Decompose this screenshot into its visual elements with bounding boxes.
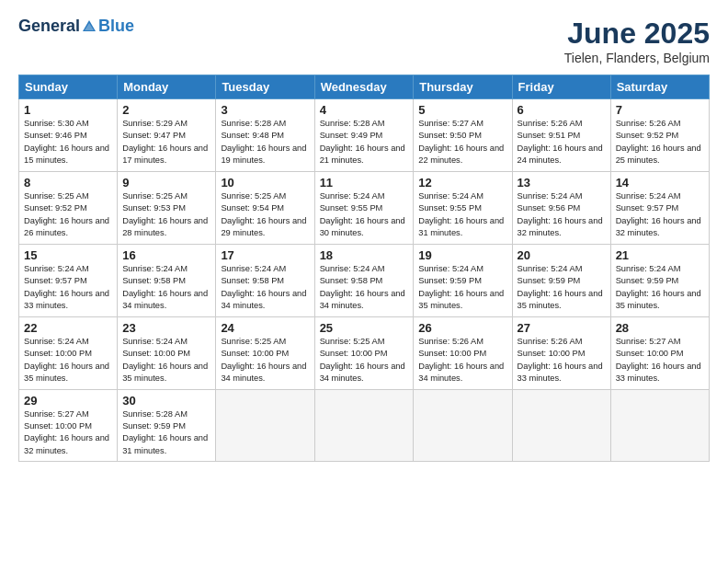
table-row: 16Sunrise: 5:24 AMSunset: 9:58 PMDayligh… <box>118 244 216 316</box>
table-row: 27Sunrise: 5:26 AMSunset: 10:00 PMDaylig… <box>512 316 610 389</box>
daylight-text: Daylight: 16 hours and 35 minutes. <box>616 289 701 310</box>
sunrise-text: Sunrise: 5:24 AM <box>418 191 483 201</box>
daylight-text: Daylight: 16 hours and 32 minutes. <box>24 433 109 454</box>
table-row: 5Sunrise: 5:27 AMSunset: 9:50 PMDaylight… <box>414 99 512 172</box>
table-row: 10Sunrise: 5:25 AMSunset: 9:54 PMDayligh… <box>216 171 314 244</box>
daylight-text: Daylight: 16 hours and 34 minutes. <box>320 362 405 383</box>
day-number: 1 <box>24 103 112 117</box>
daylight-text: Daylight: 16 hours and 17 minutes. <box>122 144 208 165</box>
daylight-text: Daylight: 16 hours and 33 minutes. <box>518 362 603 383</box>
table-row <box>216 389 314 462</box>
sunset-text: Sunset: 9:48 PM <box>221 131 284 140</box>
sunrise-text: Sunrise: 5:24 AM <box>616 191 681 201</box>
col-wednesday: Wednesday <box>314 75 414 99</box>
day-info: Sunrise: 5:24 AMSunset: 9:58 PMDaylight:… <box>320 263 409 313</box>
sunrise-text: Sunrise: 5:24 AM <box>418 264 483 273</box>
col-sunday: Sunday <box>19 75 118 99</box>
sunrise-text: Sunrise: 5:24 AM <box>122 337 188 346</box>
day-number: 28 <box>616 321 704 335</box>
sunrise-text: Sunrise: 5:28 AM <box>122 409 188 419</box>
day-info: Sunrise: 5:28 AMSunset: 9:49 PMDaylight:… <box>320 118 409 167</box>
col-tuesday: Tuesday <box>216 75 314 99</box>
day-number: 8 <box>24 176 112 190</box>
sunrise-text: Sunrise: 5:26 AM <box>616 119 681 128</box>
day-info: Sunrise: 5:26 AMSunset: 10:00 PMDaylight… <box>418 336 506 385</box>
table-row: 15Sunrise: 5:24 AMSunset: 9:57 PMDayligh… <box>19 244 118 316</box>
sunrise-text: Sunrise: 5:25 AM <box>221 191 286 201</box>
table-row: 3Sunrise: 5:28 AMSunset: 9:48 PMDaylight… <box>216 99 314 172</box>
sunset-text: Sunset: 9:56 PM <box>518 203 581 213</box>
day-info: Sunrise: 5:25 AMSunset: 9:52 PMDaylight:… <box>24 190 112 240</box>
day-number: 30 <box>122 394 210 408</box>
sunset-text: Sunset: 9:59 PM <box>122 421 186 431</box>
day-info: Sunrise: 5:26 AMSunset: 9:51 PMDaylight:… <box>518 118 606 167</box>
logo-blue-text: Blue <box>98 17 134 36</box>
day-number: 9 <box>122 176 210 190</box>
daylight-text: Daylight: 16 hours and 24 minutes. <box>518 144 603 165</box>
table-row: 13Sunrise: 5:24 AMSunset: 9:56 PMDayligh… <box>512 171 610 244</box>
daylight-text: Daylight: 16 hours and 35 minutes. <box>418 289 504 310</box>
sunrise-text: Sunrise: 5:25 AM <box>122 191 188 201</box>
table-row <box>414 389 512 462</box>
table-row: 4Sunrise: 5:28 AMSunset: 9:49 PMDaylight… <box>314 99 414 172</box>
sunset-text: Sunset: 9:55 PM <box>320 203 383 213</box>
sunset-text: Sunset: 10:00 PM <box>418 349 486 358</box>
sunset-text: Sunset: 9:58 PM <box>221 276 284 285</box>
table-row: 11Sunrise: 5:24 AMSunset: 9:55 PMDayligh… <box>314 171 414 244</box>
sunrise-text: Sunrise: 5:24 AM <box>616 264 681 273</box>
day-number: 5 <box>418 103 506 117</box>
logo-general-text: General <box>18 17 80 36</box>
sunset-text: Sunset: 9:58 PM <box>122 276 186 285</box>
day-number: 7 <box>616 103 704 117</box>
day-number: 4 <box>320 103 409 117</box>
sunset-text: Sunset: 9:55 PM <box>418 203 482 213</box>
table-row <box>314 389 414 462</box>
table-row: 24Sunrise: 5:25 AMSunset: 10:00 PMDaylig… <box>216 316 314 389</box>
daylight-text: Daylight: 16 hours and 33 minutes. <box>24 289 109 310</box>
day-info: Sunrise: 5:30 AMSunset: 9:46 PMDaylight:… <box>24 118 112 167</box>
sunrise-text: Sunrise: 5:24 AM <box>518 264 583 273</box>
sunset-text: Sunset: 9:54 PM <box>221 203 284 213</box>
day-number: 6 <box>518 103 606 117</box>
day-number: 26 <box>418 321 506 335</box>
table-row: 6Sunrise: 5:26 AMSunset: 9:51 PMDaylight… <box>512 99 610 172</box>
day-info: Sunrise: 5:24 AMSunset: 9:59 PMDaylight:… <box>616 263 704 313</box>
calendar-week-row: 8Sunrise: 5:25 AMSunset: 9:52 PMDaylight… <box>19 171 710 244</box>
daylight-text: Daylight: 16 hours and 35 minutes. <box>122 362 208 383</box>
sunset-text: Sunset: 9:53 PM <box>122 203 186 213</box>
day-info: Sunrise: 5:26 AMSunset: 9:52 PMDaylight:… <box>616 118 704 167</box>
day-number: 13 <box>518 176 606 190</box>
table-row: 17Sunrise: 5:24 AMSunset: 9:58 PMDayligh… <box>216 244 314 316</box>
table-row: 30Sunrise: 5:28 AMSunset: 9:59 PMDayligh… <box>118 389 216 462</box>
daylight-text: Daylight: 16 hours and 26 minutes. <box>24 216 109 237</box>
sunrise-text: Sunrise: 5:29 AM <box>122 119 188 128</box>
day-info: Sunrise: 5:25 AMSunset: 9:53 PMDaylight:… <box>122 190 210 240</box>
sunset-text: Sunset: 9:47 PM <box>122 131 186 140</box>
daylight-text: Daylight: 16 hours and 34 minutes. <box>221 289 306 310</box>
sunrise-text: Sunrise: 5:27 AM <box>24 409 89 419</box>
table-row: 26Sunrise: 5:26 AMSunset: 10:00 PMDaylig… <box>414 316 512 389</box>
day-number: 21 <box>616 248 704 262</box>
day-number: 3 <box>221 103 309 117</box>
day-info: Sunrise: 5:24 AMSunset: 10:00 PMDaylight… <box>24 336 112 385</box>
calendar-table: Sunday Monday Tuesday Wednesday Thursday… <box>18 75 710 462</box>
sunrise-text: Sunrise: 5:26 AM <box>418 337 483 346</box>
header: General Blue June 2025 Tielen, Flanders,… <box>18 17 710 65</box>
sunrise-text: Sunrise: 5:24 AM <box>122 264 188 273</box>
sunset-text: Sunset: 9:58 PM <box>320 276 383 285</box>
daylight-text: Daylight: 16 hours and 31 minutes. <box>418 216 504 237</box>
day-info: Sunrise: 5:28 AMSunset: 9:59 PMDaylight:… <box>122 408 210 458</box>
sunset-text: Sunset: 9:57 PM <box>616 203 679 213</box>
calendar-week-row: 29Sunrise: 5:27 AMSunset: 10:00 PMDaylig… <box>19 389 710 462</box>
sunset-text: Sunset: 9:57 PM <box>24 276 87 285</box>
daylight-text: Daylight: 16 hours and 22 minutes. <box>418 144 504 165</box>
col-thursday: Thursday <box>414 75 512 99</box>
table-row: 29Sunrise: 5:27 AMSunset: 10:00 PMDaylig… <box>19 389 118 462</box>
table-row: 18Sunrise: 5:24 AMSunset: 9:58 PMDayligh… <box>314 244 414 316</box>
day-info: Sunrise: 5:24 AMSunset: 9:57 PMDaylight:… <box>24 263 112 313</box>
table-row <box>610 389 709 462</box>
calendar-week-row: 15Sunrise: 5:24 AMSunset: 9:57 PMDayligh… <box>19 244 710 316</box>
daylight-text: Daylight: 16 hours and 15 minutes. <box>24 144 109 165</box>
day-info: Sunrise: 5:27 AMSunset: 10:00 PMDaylight… <box>616 336 704 385</box>
sunrise-text: Sunrise: 5:28 AM <box>320 119 385 128</box>
